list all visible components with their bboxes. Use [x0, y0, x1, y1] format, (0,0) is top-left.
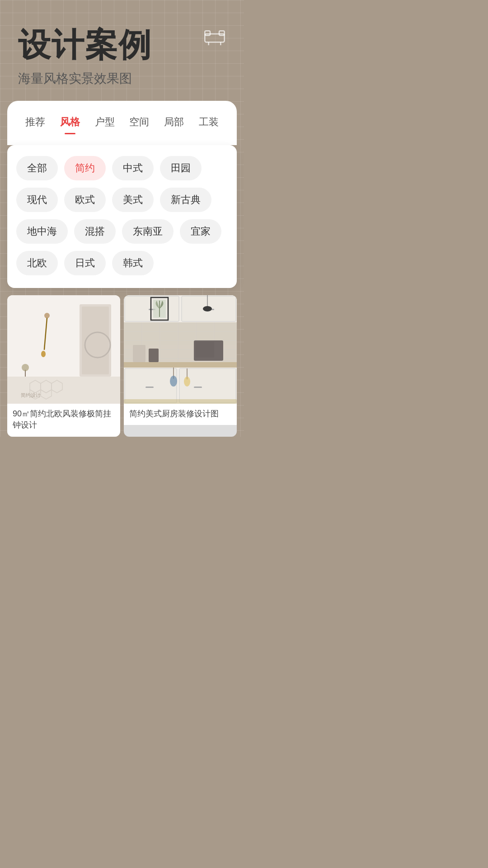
chip-ikea[interactable]: 宜家: [180, 219, 221, 244]
chip-pastoral[interactable]: 田园: [160, 156, 202, 180]
svg-rect-42: [125, 368, 177, 403]
svg-rect-45: [194, 387, 202, 388]
tab-floorplan[interactable]: 户型: [87, 110, 122, 136]
filter-row-1: 现代欧式美式新古典: [16, 188, 228, 212]
chip-mediterranean[interactable]: 地中海: [16, 219, 68, 244]
card-2-caption: 简约美式厨房装修设计图: [124, 404, 237, 425]
chip-european[interactable]: 欧式: [64, 188, 106, 212]
filter-section: 全部简约中式田园现代欧式美式新古典地中海混搭东南亚宜家北欧日式韩式: [7, 145, 237, 288]
chip-southeast_asian[interactable]: 东南亚: [122, 219, 174, 244]
chip-modern[interactable]: 现代: [16, 188, 58, 212]
svg-rect-49: [195, 342, 214, 358]
card-1-caption: 90㎡简约北欧风装修极简挂钟设计: [7, 404, 120, 436]
chip-japanese[interactable]: 日式: [64, 251, 106, 275]
page-wrapper: 设计案例 海量风格实景效果图 推荐风格户型空间局部工装 全部简约中式田园现代欧式…: [0, 0, 244, 437]
image-grid: 简约设计 90㎡简约北欧风装修极简挂钟设计: [7, 295, 237, 436]
chip-all[interactable]: 全部: [16, 156, 58, 180]
chip-chinese[interactable]: 中式: [112, 156, 154, 180]
svg-rect-40: [124, 362, 237, 368]
svg-rect-7: [7, 377, 120, 404]
tab-bar: 推荐风格户型空间局部工装: [7, 101, 237, 136]
tab-recommend[interactable]: 推荐: [18, 110, 53, 136]
svg-point-56: [184, 377, 190, 387]
svg-point-18: [41, 351, 46, 357]
chip-neoclassical[interactable]: 新古典: [160, 188, 211, 212]
sofa-icon: [203, 27, 226, 45]
filter-row-2: 地中海混搭东南亚宜家: [16, 219, 228, 244]
card-1[interactable]: 简约设计 90㎡简约北欧风装修极简挂钟设计: [7, 295, 120, 436]
filter-row-0: 全部简约中式田园: [16, 156, 228, 180]
card-2-image: [124, 295, 237, 404]
svg-rect-46: [133, 345, 145, 362]
chip-nordic[interactable]: 北欧: [16, 251, 58, 275]
card-1-image: 简约设计: [7, 295, 120, 404]
card-2[interactable]: 简约美式厨房装修设计图: [124, 295, 237, 436]
tab-partial[interactable]: 局部: [157, 110, 192, 136]
svg-point-54: [170, 376, 177, 387]
svg-point-39: [203, 306, 212, 311]
tab-style[interactable]: 风格: [53, 110, 88, 136]
tab-space[interactable]: 空间: [122, 110, 157, 136]
white-card: 推荐风格户型空间局部工装: [7, 101, 237, 145]
svg-point-20: [22, 364, 29, 371]
page-title: 设计案例: [18, 27, 226, 63]
chip-mixed[interactable]: 混搭: [74, 219, 116, 244]
tab-commercial[interactable]: 工装: [191, 110, 226, 136]
chip-american[interactable]: 美式: [112, 188, 154, 212]
svg-rect-57: [124, 399, 237, 404]
header-section: 设计案例 海量风格实景效果图: [0, 0, 244, 101]
svg-rect-47: [149, 349, 159, 362]
chip-simple[interactable]: 简约: [64, 156, 106, 180]
filter-row-3: 北欧日式韩式: [16, 251, 228, 275]
svg-text:简约设计: 简约设计: [21, 392, 41, 398]
chip-korean[interactable]: 韩式: [112, 251, 154, 275]
svg-point-16: [44, 313, 50, 318]
svg-rect-44: [145, 387, 154, 388]
page-subtitle: 海量风格实景效果图: [18, 70, 226, 87]
svg-rect-2: [219, 31, 225, 35]
